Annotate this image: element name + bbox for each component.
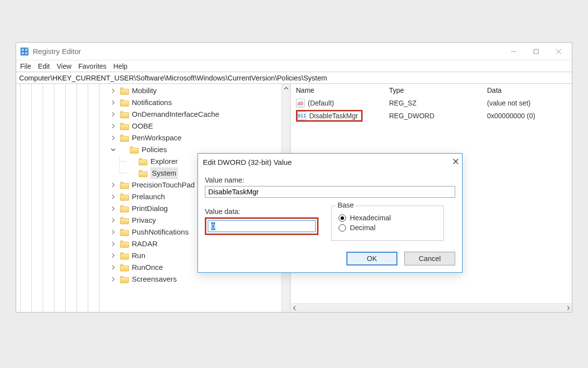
radio-decimal[interactable]: Decimal (339, 224, 437, 232)
maximize-button[interactable] (525, 44, 547, 59)
chevron-right-icon[interactable] (109, 250, 117, 262)
dialog-title: Edit DWORD (32-bit) Value (203, 158, 292, 166)
folder-icon (130, 146, 139, 154)
folder-icon (120, 193, 129, 201)
value-name: DisableTaskMgr (309, 112, 358, 120)
scroll-left-icon[interactable] (292, 304, 297, 312)
chevron-right-icon[interactable] (109, 214, 117, 226)
radio-icon (339, 214, 346, 222)
tree-item-oobe[interactable]: OOBE (16, 120, 281, 132)
base-legend: Base (336, 201, 356, 209)
folder-icon (120, 276, 129, 283)
tree-item-ondemandinterfacecache[interactable]: OnDemandInterfaceCache (16, 108, 281, 120)
folder-icon (120, 134, 129, 142)
tree-item-label: OOBE (132, 120, 153, 132)
tree-item-penworkspace[interactable]: PenWorkspace (16, 132, 281, 144)
value-type: REG_DWORD (389, 112, 487, 120)
svg-point-5 (26, 48, 28, 50)
value-name-cell: ab(Default) (296, 99, 337, 107)
chevron-right-icon[interactable] (109, 97, 117, 108)
radio-dec-label: Decimal (350, 224, 375, 232)
tree-item-label: PrintDialog (132, 203, 168, 214)
tree-item-label: Screensavers (132, 273, 177, 285)
chevron-right-icon[interactable] (109, 191, 117, 203)
chevron-down-icon[interactable] (109, 144, 117, 156)
tree-item-label: Run (132, 250, 146, 262)
col-data[interactable]: Data (487, 86, 572, 94)
value-row[interactable]: ab(Default)REG_SZ(value not set) (291, 97, 572, 109)
value-data: 0x00000000 (0) (487, 112, 572, 120)
radio-hexadecimal[interactable]: Hexadecimal (339, 214, 437, 222)
svg-rect-4 (25, 52, 27, 54)
dialog-titlebar: Edit DWORD (32-bit) Value (198, 154, 462, 170)
tree-item-label: Notifications (132, 97, 172, 108)
chevron-right-icon[interactable] (109, 179, 117, 191)
address-bar[interactable]: Computer\HKEY_CURRENT_USER\Software\Micr… (16, 72, 572, 84)
menu-edit[interactable]: Edit (38, 62, 50, 70)
value-data-label: Value data: (205, 208, 318, 215)
tree-item-label: Mobility (132, 85, 157, 97)
tree-item-label: PrecisionTouchPad (132, 179, 195, 191)
close-button[interactable] (547, 44, 570, 59)
tree-item-label: Prelaunch (132, 191, 165, 203)
tree-item-label: System (150, 167, 178, 179)
dialog-close-button[interactable] (452, 158, 459, 166)
svg-rect-7 (534, 49, 539, 53)
folder-icon (120, 111, 129, 118)
menu-file[interactable]: File (20, 62, 31, 70)
chevron-right-icon[interactable] (109, 132, 117, 144)
folder-icon (120, 87, 129, 95)
folder-icon (139, 170, 147, 177)
regedit-app-icon (20, 47, 29, 56)
tree-item-notifications[interactable]: Notifications (16, 97, 281, 108)
menu-favorites[interactable]: Favorites (78, 62, 107, 70)
radio-hex-label: Hexadecimal (350, 214, 391, 222)
chevron-right-icon[interactable] (109, 226, 117, 238)
folder-icon (120, 264, 129, 271)
tree-connector-icon (119, 156, 127, 167)
folder-icon (139, 158, 147, 165)
edit-dword-dialog: Edit DWORD (32-bit) Value Value name: Va… (197, 153, 463, 273)
minimize-button[interactable] (502, 44, 525, 59)
folder-icon (120, 123, 129, 130)
ok-button[interactable]: OK (346, 252, 397, 265)
value-row[interactable]: 011DisableTaskMgrREG_DWORD0x00000000 (0) (291, 109, 572, 122)
folder-icon (120, 182, 129, 189)
svg-rect-3 (22, 52, 24, 54)
chevron-right-icon[interactable] (109, 85, 117, 97)
folder-icon (120, 205, 129, 212)
tree-item-mobility[interactable]: Mobility (16, 85, 281, 97)
menubar: File Edit View Favorites Help (16, 60, 572, 72)
tree-item-label: Policies (142, 144, 167, 156)
tree-item-label: RADAR (132, 238, 158, 250)
tree-item-label: PenWorkspace (132, 132, 181, 144)
col-name[interactable]: Name (296, 86, 389, 94)
tree-item-label: Explorer (150, 156, 178, 167)
chevron-right-icon[interactable] (109, 262, 117, 273)
scroll-up-icon[interactable] (282, 84, 290, 93)
folder-icon (120, 99, 129, 106)
chevron-right-icon[interactable] (109, 120, 117, 132)
chevron-right-icon[interactable] (109, 273, 117, 285)
horizontal-scrollbar[interactable] (291, 303, 572, 312)
value-data-input[interactable] (208, 220, 316, 232)
folder-icon (120, 217, 129, 224)
radio-icon (339, 224, 346, 232)
chevron-right-icon[interactable] (109, 203, 117, 214)
reg-string-icon: ab (296, 99, 305, 107)
menu-view[interactable]: View (57, 62, 72, 70)
menu-help[interactable]: Help (113, 62, 127, 70)
scroll-right-icon[interactable] (566, 304, 571, 312)
values-header: Name Type Data (291, 84, 572, 97)
value-name-input[interactable] (205, 186, 455, 198)
value-name: (Default) (308, 99, 334, 107)
chevron-right-icon[interactable] (109, 238, 117, 250)
cancel-button[interactable]: Cancel (404, 252, 455, 265)
value-name-label: Value name: (205, 176, 455, 184)
tree-item-screensavers[interactable]: Screensavers (16, 273, 281, 285)
chevron-right-icon[interactable] (109, 108, 117, 120)
col-type[interactable]: Type (389, 86, 487, 94)
folder-icon (120, 229, 129, 236)
value-type: REG_SZ (389, 99, 487, 107)
window-title: Registry Editor (33, 47, 81, 55)
